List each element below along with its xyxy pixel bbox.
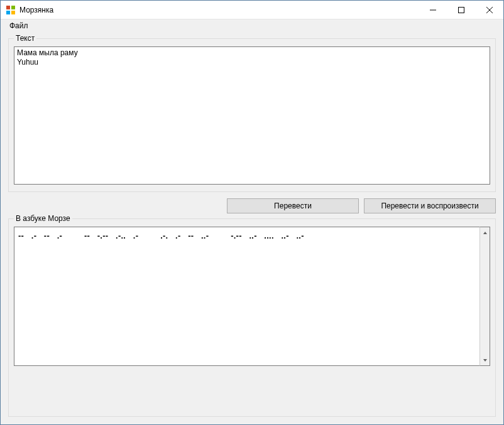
group-text-label: Текст bbox=[14, 34, 36, 43]
group-morse-label: В азбуке Морзе bbox=[14, 214, 72, 223]
minimize-button[interactable] bbox=[419, 1, 447, 19]
group-text: Текст bbox=[8, 38, 496, 192]
scroll-up-button[interactable] bbox=[480, 227, 490, 238]
svg-rect-3 bbox=[11, 11, 15, 14]
translate-button[interactable]: Перевести bbox=[227, 198, 359, 213]
window-controls bbox=[419, 1, 503, 19]
app-icon bbox=[6, 5, 16, 15]
button-row: Перевести Перевести и воспроизвести bbox=[8, 196, 496, 215]
close-button[interactable] bbox=[475, 1, 503, 19]
client-area: Текст Перевести Перевести и воспроизвест… bbox=[1, 32, 503, 424]
titlebar: Морзянка bbox=[1, 1, 503, 19]
menubar: Файл bbox=[1, 19, 503, 32]
scroll-track[interactable] bbox=[480, 238, 490, 355]
window-title: Морзянка bbox=[19, 6, 53, 14]
svg-rect-2 bbox=[6, 11, 10, 14]
titlebar-left: Морзянка bbox=[6, 5, 53, 15]
svg-marker-8 bbox=[483, 232, 487, 234]
scroll-down-button[interactable] bbox=[480, 355, 490, 365]
svg-rect-1 bbox=[11, 6, 15, 9]
svg-marker-9 bbox=[483, 359, 487, 362]
group-morse: В азбуке Морзе -- .- -- .- -- -.-- .-.. … bbox=[8, 218, 496, 417]
svg-rect-0 bbox=[6, 6, 10, 9]
svg-rect-5 bbox=[458, 7, 464, 13]
app-window: Морзянка Файл Текст Перевести Перевести … bbox=[0, 0, 504, 425]
maximize-button[interactable] bbox=[447, 1, 475, 19]
vertical-scrollbar[interactable] bbox=[479, 227, 490, 366]
morse-output-wrap: -- .- -- .- -- -.-- .-.. .- .-. .- -- ..… bbox=[14, 227, 490, 366]
translate-play-button[interactable]: Перевести и воспроизвести bbox=[364, 198, 496, 213]
morse-output[interactable]: -- .- -- .- -- -.-- .-.. .- .-. .- -- ..… bbox=[14, 227, 479, 366]
text-input[interactable] bbox=[14, 46, 490, 185]
menu-file[interactable]: Файл bbox=[4, 20, 33, 31]
